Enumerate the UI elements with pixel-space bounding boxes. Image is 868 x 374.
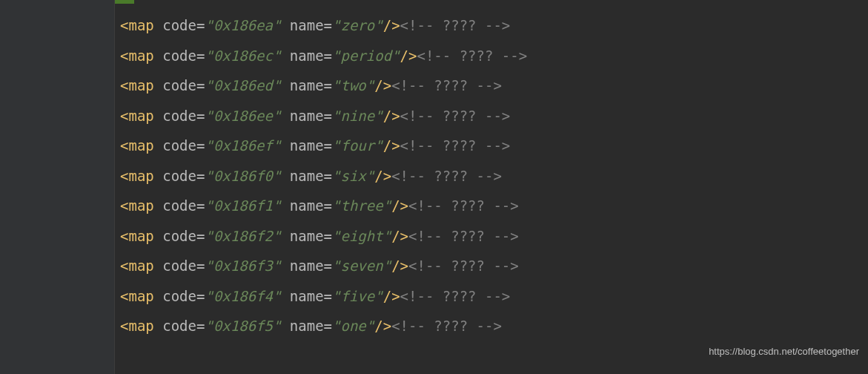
- close-bracket: />: [374, 318, 391, 334]
- open-bracket: <: [120, 47, 128, 64]
- comment: <!-- ???? -->: [417, 47, 527, 64]
- code-line[interactable]: <map code="0x186ec" name="period"/><!-- …: [120, 41, 868, 71]
- equals: =: [324, 288, 332, 304]
- close-bracket: />: [391, 257, 408, 274]
- attr-name: code: [154, 168, 196, 184]
- code-line[interactable]: <map code="0x186ed" name="two"/><!-- ???…: [120, 70, 868, 101]
- attr-name: code: [154, 17, 196, 33]
- open-bracket: <: [120, 168, 128, 184]
- equals: =: [196, 257, 205, 274]
- code-line[interactable]: <map code="0x186f0" name="six"/><!-- ???…: [120, 161, 868, 191]
- close-bracket: />: [391, 197, 408, 214]
- equals: =: [196, 77, 205, 94]
- code-line[interactable]: <map code="0x186f2" name="eight"/><!-- ?…: [120, 221, 868, 252]
- equals: =: [196, 168, 205, 184]
- equals: =: [324, 257, 332, 274]
- open-bracket: <: [120, 197, 128, 214]
- watermark-text: https://blog.csdn.net/coffeetogether: [709, 337, 859, 367]
- code-line[interactable]: <map code="0x186ea" name="zero"/><!-- ??…: [120, 10, 868, 41]
- close-bracket: />: [383, 137, 400, 154]
- tag-name: map: [128, 318, 153, 334]
- attr-name: code: [154, 318, 196, 334]
- attr-value: "two": [332, 77, 374, 94]
- attr-name: name: [281, 77, 323, 94]
- code-line[interactable]: <map code="0x186ee" name="nine"/><!-- ??…: [120, 101, 868, 131]
- attr-name: name: [281, 17, 323, 33]
- attr-value: "one": [332, 318, 374, 334]
- code-line[interactable]: <map code="0x186f1" name="three"/><!-- ?…: [120, 191, 868, 221]
- equals: =: [324, 137, 332, 154]
- tag-name: map: [128, 168, 153, 184]
- attr-name: name: [281, 257, 323, 274]
- tag-name: map: [128, 108, 153, 124]
- equals: =: [324, 77, 332, 94]
- tag-name: map: [128, 77, 153, 94]
- tag-name: map: [128, 17, 153, 33]
- attr-value: "0x186f5": [205, 318, 281, 334]
- tag-name: map: [128, 197, 153, 214]
- tag-name: map: [128, 257, 153, 274]
- comment: <!-- ???? -->: [391, 77, 502, 94]
- attr-name: name: [281, 137, 323, 154]
- close-bracket: />: [400, 47, 417, 64]
- open-bracket: <: [120, 288, 128, 304]
- tag-name: map: [128, 228, 153, 244]
- equals: =: [196, 197, 205, 214]
- editor-gutter: [0, 0, 115, 374]
- attr-value: "seven": [332, 257, 391, 274]
- attr-name: code: [154, 108, 196, 124]
- attr-name: code: [154, 288, 196, 304]
- equals: =: [196, 17, 205, 33]
- attr-name: name: [281, 228, 323, 244]
- attr-value: "0x186f0": [205, 168, 281, 184]
- equals: =: [324, 228, 332, 244]
- attr-name: name: [281, 197, 323, 214]
- attr-value: "0x186ee": [205, 108, 281, 124]
- attr-name: name: [281, 108, 323, 124]
- equals: =: [196, 47, 205, 64]
- attr-value: "four": [332, 137, 383, 154]
- attr-name: name: [281, 47, 323, 64]
- code-line[interactable]: <map code="0x186f3" name="seven"/><!-- ?…: [120, 251, 868, 281]
- close-bracket: />: [383, 108, 400, 124]
- attr-value: "three": [332, 197, 391, 214]
- open-bracket: <: [120, 17, 128, 33]
- equals: =: [196, 318, 205, 334]
- equals: =: [324, 168, 332, 184]
- line-marker: [115, 0, 134, 4]
- code-line[interactable]: <map code="0x186f4" name="five"/><!-- ??…: [120, 281, 868, 312]
- attr-value: "0x186ef": [205, 137, 281, 154]
- equals: =: [324, 197, 332, 214]
- code-editor-content[interactable]: <map code="0x186ea" name="zero"/><!-- ??…: [120, 10, 868, 341]
- attr-value: "0x186ed": [205, 77, 281, 94]
- attr-name: name: [281, 318, 323, 334]
- open-bracket: <: [120, 137, 128, 154]
- attr-value: "0x186f2": [205, 228, 281, 244]
- attr-name: code: [154, 257, 196, 274]
- equals: =: [324, 108, 332, 124]
- attr-value: "eight": [332, 228, 391, 244]
- attr-value: "0x186f3": [205, 257, 281, 274]
- equals: =: [196, 137, 205, 154]
- attr-name: code: [154, 137, 196, 154]
- comment: <!-- ???? -->: [391, 168, 502, 184]
- attr-name: code: [154, 77, 196, 94]
- attr-name: name: [281, 168, 323, 184]
- attr-value: "six": [332, 168, 374, 184]
- equals: =: [196, 228, 205, 244]
- tag-name: map: [128, 137, 153, 154]
- attr-value: "0x186ea": [205, 17, 281, 33]
- comment: <!-- ???? -->: [391, 318, 502, 334]
- tag-name: map: [128, 288, 153, 304]
- attr-value: "0x186f1": [205, 197, 281, 214]
- attr-value: "zero": [332, 17, 383, 33]
- code-line[interactable]: <map code="0x186ef" name="four"/><!-- ??…: [120, 131, 868, 161]
- comment: <!-- ???? -->: [400, 108, 511, 124]
- equals: =: [196, 288, 205, 304]
- open-bracket: <: [120, 228, 128, 244]
- attr-name: code: [154, 197, 196, 214]
- open-bracket: <: [120, 77, 128, 94]
- close-bracket: />: [383, 288, 400, 304]
- comment: <!-- ???? -->: [408, 257, 519, 274]
- equals: =: [324, 17, 332, 33]
